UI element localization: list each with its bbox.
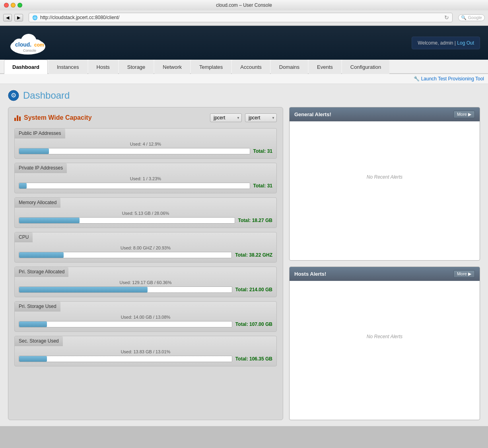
tab-templates[interactable]: Templates	[191, 60, 231, 74]
navigation-tabs: Dashboard Instances Hosts Storage Networ…	[0, 60, 488, 74]
logout-link[interactable]: Log Out	[457, 40, 474, 46]
metric-bar-fill-pri-storage-used	[19, 321, 47, 327]
metric-used-pri-storage-allocated: Used: 129.17 GB / 60.36%	[19, 280, 272, 285]
metric-bar-track-pri-storage-allocated	[19, 286, 232, 293]
tab-accounts[interactable]: Accounts	[232, 60, 270, 74]
general-alerts-title: General Alerts!	[294, 111, 331, 117]
metric-used-sec-storage-used: Used: 13.83 GB / 13.01%	[19, 349, 272, 354]
metric-bar-fill-private-ip	[19, 183, 27, 189]
browser-title: cloud.com – User Console	[216, 2, 272, 8]
browser-titlebar: cloud.com – User Console	[0, 0, 488, 10]
tab-domains[interactable]: Domains	[271, 60, 308, 74]
launch-tool-label: Launch Test Provisioning Tool	[421, 76, 484, 82]
page-title-area: ⚙ Dashboard	[8, 90, 480, 101]
browser-window-buttons	[4, 3, 22, 8]
launch-tool-link[interactable]: 🔧 Launch Test Provisioning Tool	[414, 76, 484, 82]
svg-text:cloud.: cloud.	[15, 41, 31, 48]
forward-button[interactable]: ▶	[14, 14, 23, 21]
capacity-filters: jpcert jpcert	[210, 113, 277, 122]
general-alerts-body: No Recent Alerts	[290, 121, 480, 233]
address-bar[interactable]: 🌐 http://cloudstack.jpcert.cc:8080/clien…	[29, 13, 453, 22]
metric-body-private-ip: Used: 1 / 3.23% Total: 31	[15, 173, 276, 193]
tab-configuration[interactable]: Configuration	[342, 60, 389, 74]
dashboard-icon: ⚙	[8, 90, 19, 101]
general-alerts-more-button[interactable]: More ▶	[453, 111, 475, 118]
metric-bar-container-public-ip: Total: 31	[19, 148, 272, 154]
tab-hosts[interactable]: Hosts	[88, 60, 118, 74]
tab-instances[interactable]: Instances	[49, 60, 87, 74]
capacity-panel: System Wide Capacity jpcert jpcert	[8, 107, 283, 420]
browser-search-box[interactable]: 🔍 Google	[458, 14, 485, 21]
metric-body-memory: Used: 5.13 GB / 28.06% Total: 18.27 GB	[15, 208, 276, 228]
metric-total-memory: Total: 18.27 GB	[238, 218, 272, 223]
page-heading: Dashboard	[23, 90, 70, 101]
svg-text:⚙: ⚙	[11, 92, 16, 99]
wrench-icon: 🔧	[414, 76, 420, 82]
metric-bar-fill-memory	[19, 218, 80, 223]
hosts-alerts-header: Hosts Alerts! More ▶	[290, 267, 480, 281]
metric-bar-fill-public-ip	[19, 148, 49, 154]
metric-body-pri-storage-used: Used: 14.00 GB / 13.08% Total: 107.00 GB	[15, 312, 276, 331]
browser-chrome: cloud.com – User Console ◀ ▶ 🌐 http://cl…	[0, 0, 488, 26]
metric-pri-storage-allocated: Pri. Storage Allocated Used: 129.17 GB /…	[14, 267, 277, 297]
tab-events[interactable]: Events	[309, 60, 341, 74]
metric-total-private-ip: Total: 31	[253, 183, 272, 189]
metric-used-cpu: Used: 8.00 GHZ / 20.93%	[19, 245, 272, 250]
search-placeholder: Google	[468, 15, 482, 20]
metric-bar-container-private-ip: Total: 31	[19, 183, 272, 189]
tab-dashboard[interactable]: Dashboard	[4, 60, 48, 74]
app-header: cloud. com Console Welcome, admin | Log …	[0, 26, 488, 60]
pod-filter[interactable]: jpcert	[245, 113, 277, 122]
metric-label-public-ip: Public IP Addresses	[15, 129, 65, 138]
metric-bar-fill-pri-storage-allocated	[19, 287, 148, 292]
metric-label-pri-storage-allocated: Pri. Storage Allocated	[15, 267, 68, 277]
main-content: ⚙ Dashboard System Wide Capacity	[0, 84, 488, 426]
metric-label-private-ip: Private IP Addresses	[15, 163, 67, 173]
app-toolbar: 🔧 Launch Test Provisioning Tool	[0, 74, 488, 84]
metric-body-pri-storage-allocated: Used: 129.17 GB / 60.36% Total: 214.00 G…	[15, 277, 276, 297]
hosts-alerts-more-button[interactable]: More ▶	[453, 270, 475, 278]
metrics-container: Public IP Addresses Used: 4 / 12.9% Tota…	[14, 128, 277, 366]
metric-bar-container-cpu: Total: 38.22 GHZ	[19, 252, 272, 258]
general-no-alerts-text: No Recent Alerts	[367, 174, 402, 180]
metric-bar-track-pri-storage-used	[19, 321, 232, 327]
metric-body-cpu: Used: 8.00 GHZ / 20.93% Total: 38.22 GHZ	[15, 242, 276, 262]
tab-storage[interactable]: Storage	[119, 60, 154, 74]
metric-used-pri-storage-used: Used: 14.00 GB / 13.08%	[19, 315, 272, 319]
metric-pri-storage-used: Pri. Storage Used Used: 14.00 GB / 13.08…	[14, 301, 277, 332]
hosts-alerts-title: Hosts Alerts!	[294, 271, 326, 277]
cloud-logo-svg: cloud. com Console	[8, 30, 48, 56]
metric-total-pri-storage-used: Total: 107.00 GB	[235, 321, 272, 327]
metric-body-public-ip: Used: 4 / 12.9% Total: 31	[15, 138, 276, 158]
reload-icon[interactable]: ↻	[444, 14, 449, 21]
metric-cpu: CPU Used: 8.00 GHZ / 20.93% Total: 38.22…	[14, 232, 277, 263]
metric-total-public-ip: Total: 31	[253, 148, 272, 154]
bar-chart-icon	[14, 115, 21, 121]
metric-used-public-ip: Used: 4 / 12.9%	[19, 142, 272, 146]
metric-bar-track-public-ip	[19, 148, 250, 154]
metric-bar-fill-sec-storage-used	[19, 356, 47, 362]
welcome-text: Welcome, admin |	[418, 40, 456, 46]
tab-network[interactable]: Network	[154, 60, 190, 74]
maximize-button[interactable]	[17, 3, 22, 8]
app-container: cloud. com Console Welcome, admin | Log …	[0, 26, 488, 426]
general-alerts-header: General Alerts! More ▶	[290, 107, 480, 121]
logo: cloud. com Console	[8, 30, 48, 56]
alerts-column: General Alerts! More ▶ No Recent Alerts …	[289, 107, 480, 420]
zone-filter[interactable]: jpcert	[210, 113, 242, 122]
general-alerts-panel: General Alerts! More ▶ No Recent Alerts	[289, 107, 480, 261]
metric-sec-storage-used: Sec. Storage Used Used: 13.83 GB / 13.01…	[14, 336, 277, 366]
svg-text:Console: Console	[23, 49, 36, 53]
metric-total-pri-storage-allocated: Total: 214.00 GB	[235, 287, 272, 292]
page-icon: 🌐	[32, 15, 38, 20]
minimize-button[interactable]	[11, 3, 16, 8]
metric-bar-fill-cpu	[19, 252, 64, 258]
hosts-no-alerts-text: No Recent Alerts	[367, 334, 402, 339]
hosts-alerts-body: No Recent Alerts	[290, 281, 480, 392]
metric-label-pri-storage-used: Pri. Storage Used	[15, 302, 60, 312]
close-button[interactable]	[4, 3, 9, 8]
logo-area: cloud. com Console	[8, 30, 48, 56]
back-button[interactable]: ◀	[3, 14, 12, 21]
content-row: System Wide Capacity jpcert jpcert	[8, 107, 480, 420]
browser-toolbar: ◀ ▶ 🌐 http://cloudstack.jpcert.cc:8080/c…	[0, 10, 488, 25]
